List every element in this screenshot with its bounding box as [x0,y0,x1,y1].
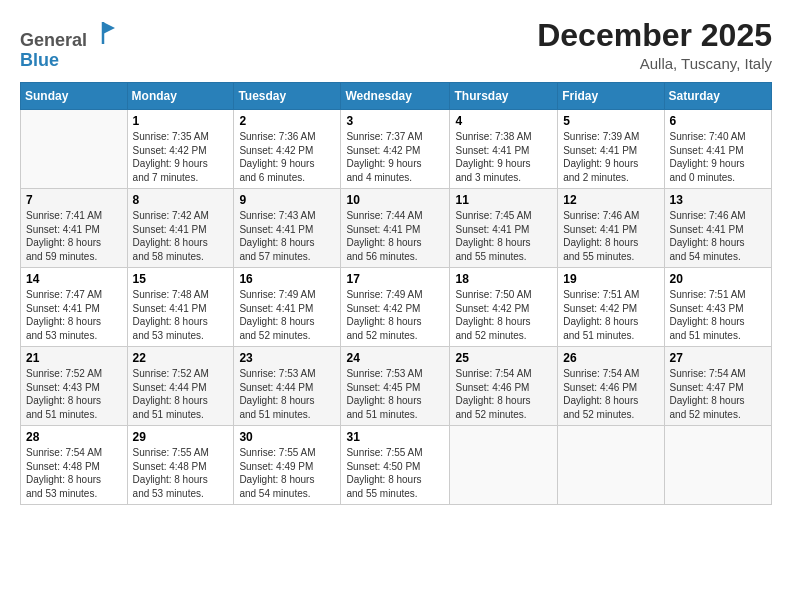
day-cell: 7Sunrise: 7:41 AM Sunset: 4:41 PM Daylig… [21,189,128,268]
day-cell: 4Sunrise: 7:38 AM Sunset: 4:41 PM Daylig… [450,110,558,189]
day-cell: 3Sunrise: 7:37 AM Sunset: 4:42 PM Daylig… [341,110,450,189]
day-info: Sunrise: 7:39 AM Sunset: 4:41 PM Dayligh… [563,130,658,184]
logo-blue: Blue [20,50,59,70]
day-info: Sunrise: 7:54 AM Sunset: 4:46 PM Dayligh… [455,367,552,421]
logo-general: General [20,30,87,50]
location-title: Aulla, Tuscany, Italy [537,55,772,72]
day-cell [450,426,558,505]
day-info: Sunrise: 7:54 AM Sunset: 4:47 PM Dayligh… [670,367,766,421]
day-number: 23 [239,351,335,365]
day-number: 6 [670,114,766,128]
day-info: Sunrise: 7:40 AM Sunset: 4:41 PM Dayligh… [670,130,766,184]
day-number: 22 [133,351,229,365]
day-number: 14 [26,272,122,286]
logo-text: General Blue [20,18,117,71]
day-info: Sunrise: 7:53 AM Sunset: 4:45 PM Dayligh… [346,367,444,421]
day-cell: 20Sunrise: 7:51 AM Sunset: 4:43 PM Dayli… [664,268,771,347]
day-info: Sunrise: 7:46 AM Sunset: 4:41 PM Dayligh… [563,209,658,263]
day-cell: 28Sunrise: 7:54 AM Sunset: 4:48 PM Dayli… [21,426,128,505]
day-info: Sunrise: 7:49 AM Sunset: 4:41 PM Dayligh… [239,288,335,342]
day-info: Sunrise: 7:47 AM Sunset: 4:41 PM Dayligh… [26,288,122,342]
day-cell: 30Sunrise: 7:55 AM Sunset: 4:49 PM Dayli… [234,426,341,505]
calendar: SundayMondayTuesdayWednesdayThursdayFrid… [20,82,772,505]
week-row-1: 1Sunrise: 7:35 AM Sunset: 4:42 PM Daylig… [21,110,772,189]
day-info: Sunrise: 7:51 AM Sunset: 4:43 PM Dayligh… [670,288,766,342]
weekday-sunday: Sunday [21,83,128,110]
day-number: 9 [239,193,335,207]
weekday-header-row: SundayMondayTuesdayWednesdayThursdayFrid… [21,83,772,110]
weekday-monday: Monday [127,83,234,110]
day-cell: 1Sunrise: 7:35 AM Sunset: 4:42 PM Daylig… [127,110,234,189]
weekday-wednesday: Wednesday [341,83,450,110]
title-block: December 2025 Aulla, Tuscany, Italy [537,18,772,72]
day-number: 17 [346,272,444,286]
day-cell: 6Sunrise: 7:40 AM Sunset: 4:41 PM Daylig… [664,110,771,189]
header: General Blue December 2025 Aulla, Tuscan… [20,18,772,72]
logo: General Blue [20,18,117,71]
day-number: 12 [563,193,658,207]
day-info: Sunrise: 7:37 AM Sunset: 4:42 PM Dayligh… [346,130,444,184]
day-cell: 24Sunrise: 7:53 AM Sunset: 4:45 PM Dayli… [341,347,450,426]
day-number: 13 [670,193,766,207]
month-title: December 2025 [537,18,772,53]
day-cell: 23Sunrise: 7:53 AM Sunset: 4:44 PM Dayli… [234,347,341,426]
day-info: Sunrise: 7:53 AM Sunset: 4:44 PM Dayligh… [239,367,335,421]
day-number: 16 [239,272,335,286]
day-number: 24 [346,351,444,365]
day-cell: 15Sunrise: 7:48 AM Sunset: 4:41 PM Dayli… [127,268,234,347]
weekday-tuesday: Tuesday [234,83,341,110]
day-cell: 17Sunrise: 7:49 AM Sunset: 4:42 PM Dayli… [341,268,450,347]
day-cell: 16Sunrise: 7:49 AM Sunset: 4:41 PM Dayli… [234,268,341,347]
day-number: 29 [133,430,229,444]
day-info: Sunrise: 7:35 AM Sunset: 4:42 PM Dayligh… [133,130,229,184]
day-cell: 14Sunrise: 7:47 AM Sunset: 4:41 PM Dayli… [21,268,128,347]
day-number: 19 [563,272,658,286]
day-info: Sunrise: 7:38 AM Sunset: 4:41 PM Dayligh… [455,130,552,184]
day-number: 27 [670,351,766,365]
day-number: 8 [133,193,229,207]
weekday-friday: Friday [558,83,664,110]
day-number: 5 [563,114,658,128]
day-cell [21,110,128,189]
day-info: Sunrise: 7:42 AM Sunset: 4:41 PM Dayligh… [133,209,229,263]
day-cell: 27Sunrise: 7:54 AM Sunset: 4:47 PM Dayli… [664,347,771,426]
day-number: 28 [26,430,122,444]
svg-marker-0 [103,22,115,34]
day-cell [664,426,771,505]
day-cell: 12Sunrise: 7:46 AM Sunset: 4:41 PM Dayli… [558,189,664,268]
logo-flag-icon [89,18,117,46]
day-info: Sunrise: 7:51 AM Sunset: 4:42 PM Dayligh… [563,288,658,342]
week-row-5: 28Sunrise: 7:54 AM Sunset: 4:48 PM Dayli… [21,426,772,505]
day-info: Sunrise: 7:49 AM Sunset: 4:42 PM Dayligh… [346,288,444,342]
day-info: Sunrise: 7:41 AM Sunset: 4:41 PM Dayligh… [26,209,122,263]
day-info: Sunrise: 7:48 AM Sunset: 4:41 PM Dayligh… [133,288,229,342]
day-number: 18 [455,272,552,286]
day-number: 4 [455,114,552,128]
day-cell: 29Sunrise: 7:55 AM Sunset: 4:48 PM Dayli… [127,426,234,505]
day-cell: 18Sunrise: 7:50 AM Sunset: 4:42 PM Dayli… [450,268,558,347]
day-info: Sunrise: 7:55 AM Sunset: 4:48 PM Dayligh… [133,446,229,500]
day-number: 15 [133,272,229,286]
day-cell: 26Sunrise: 7:54 AM Sunset: 4:46 PM Dayli… [558,347,664,426]
day-number: 21 [26,351,122,365]
day-info: Sunrise: 7:54 AM Sunset: 4:48 PM Dayligh… [26,446,122,500]
day-cell: 2Sunrise: 7:36 AM Sunset: 4:42 PM Daylig… [234,110,341,189]
page: General Blue December 2025 Aulla, Tuscan… [0,0,792,612]
day-info: Sunrise: 7:36 AM Sunset: 4:42 PM Dayligh… [239,130,335,184]
day-info: Sunrise: 7:45 AM Sunset: 4:41 PM Dayligh… [455,209,552,263]
week-row-2: 7Sunrise: 7:41 AM Sunset: 4:41 PM Daylig… [21,189,772,268]
day-number: 31 [346,430,444,444]
day-number: 20 [670,272,766,286]
day-cell: 22Sunrise: 7:52 AM Sunset: 4:44 PM Dayli… [127,347,234,426]
day-cell: 11Sunrise: 7:45 AM Sunset: 4:41 PM Dayli… [450,189,558,268]
day-number: 30 [239,430,335,444]
day-number: 25 [455,351,552,365]
day-info: Sunrise: 7:54 AM Sunset: 4:46 PM Dayligh… [563,367,658,421]
day-info: Sunrise: 7:52 AM Sunset: 4:44 PM Dayligh… [133,367,229,421]
day-cell: 5Sunrise: 7:39 AM Sunset: 4:41 PM Daylig… [558,110,664,189]
day-cell: 8Sunrise: 7:42 AM Sunset: 4:41 PM Daylig… [127,189,234,268]
week-row-4: 21Sunrise: 7:52 AM Sunset: 4:43 PM Dayli… [21,347,772,426]
weekday-saturday: Saturday [664,83,771,110]
day-cell: 31Sunrise: 7:55 AM Sunset: 4:50 PM Dayli… [341,426,450,505]
day-cell [558,426,664,505]
